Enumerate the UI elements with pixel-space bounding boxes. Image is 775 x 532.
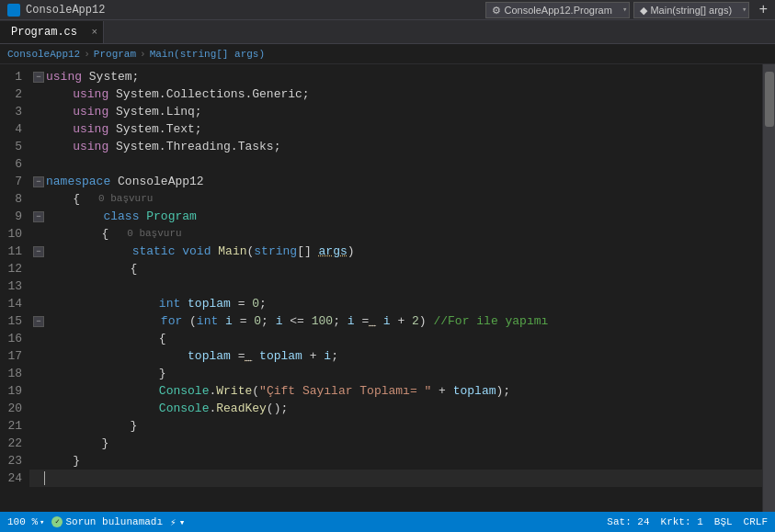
collapse-btn-15[interactable]: −: [33, 316, 44, 327]
code-line-20: Console.ReadKey();: [29, 400, 762, 417]
scrollbar-thumb[interactable]: [765, 72, 774, 127]
code-content[interactable]: −using System; using System.Collections.…: [29, 64, 762, 512]
nav-sep-2: ›: [140, 49, 146, 60]
code-line-3: using System.Linq;: [29, 103, 762, 120]
collapse-btn-11[interactable]: −: [33, 246, 44, 257]
position-item[interactable]: Sat: 24: [607, 516, 649, 527]
code-line-12: {: [29, 260, 762, 277]
tooltip-basvuru-2: 0 başvuru: [127, 225, 181, 243]
tooltip-basvuru-1: 0 başvuru: [98, 190, 153, 208]
app-icon: [7, 4, 20, 17]
status-right: Sat: 24 Krkt: 1 BŞL CRLF: [607, 516, 768, 527]
status-left: 100 % ▾ ✓ Sorun bulunamadı ⚡ ▾: [7, 516, 185, 528]
tab-label: Program.cs: [11, 26, 77, 39]
code-line-11: − static void Main(string[] args): [29, 243, 762, 260]
line-numbers: 1 2 3 4 5 6 7 8 9 10 11 12 13 14 15 16 1…: [0, 64, 29, 512]
status-bar: 100 % ▾ ✓ Sorun bulunamadı ⚡ ▾ Sat: 24 K…: [0, 512, 775, 532]
status-message: Sorun bulunamadı: [65, 516, 163, 527]
code-line-15: − for (int i = 0; i <= 100; i =_ i + 2) …: [29, 312, 762, 330]
tools-arrow: ▾: [179, 516, 186, 528]
code-line-22: }: [29, 435, 762, 452]
zoom-item[interactable]: 100 % ▾: [7, 516, 44, 527]
add-tab-btn[interactable]: +: [758, 2, 768, 18]
code-line-16: {: [29, 330, 762, 347]
nav-bar: ConsoleApp12 › Program › Main(string[] a…: [0, 44, 775, 64]
status-check-icon: ✓: [51, 516, 63, 527]
code-line-10: { 0 başvuru: [29, 225, 762, 243]
code-line-2: using System.Collections.Generic;: [29, 85, 762, 103]
zoom-arrow-icon: ▾: [40, 517, 44, 527]
editor-area: 1 2 3 4 5 6 7 8 9 10 11 12 13 14 15 16 1…: [0, 64, 775, 512]
tab-close-btn[interactable]: ×: [91, 27, 97, 38]
nav-sep-1: ›: [84, 49, 90, 60]
tools-item[interactable]: ⚡ ▾: [170, 516, 185, 528]
title-bar: ConsoleApp12 ⚙ ConsoleApp12.Program ◆ Ma…: [0, 0, 775, 20]
encoding-item[interactable]: BŞL: [714, 516, 733, 527]
code-line-9: − class Program: [29, 208, 762, 225]
code-line-8: { 0 başvuru: [29, 190, 762, 208]
tab-program-cs[interactable]: Program.cs ×: [0, 21, 104, 43]
nav-main[interactable]: Main(string[] args): [150, 49, 265, 60]
code-line-6: [29, 155, 762, 173]
code-line-1: −using System;: [29, 68, 762, 85]
collapse-btn-1[interactable]: −: [33, 72, 44, 83]
collapse-btn-9[interactable]: −: [33, 211, 44, 222]
title-bar-dropdowns: ⚙ ConsoleApp12.Program ◆ Main(string[] a…: [485, 2, 749, 18]
scrollbar[interactable]: [762, 64, 775, 512]
code-line-5: using System.Threading.Tasks;: [29, 138, 762, 155]
error-status[interactable]: ✓ Sorun bulunamadı: [51, 516, 163, 527]
text-cursor: [44, 471, 45, 485]
code-line-13: [29, 277, 762, 295]
code-line-24[interactable]: [29, 470, 762, 487]
code-line-7: −namespace ConsoleApp12: [29, 173, 762, 190]
namespace-dropdown-wrap[interactable]: ⚙ ConsoleApp12.Program: [485, 2, 630, 18]
nav-consoleapp[interactable]: ConsoleApp12: [7, 49, 80, 60]
collapse-btn-7[interactable]: −: [33, 176, 44, 187]
code-line-19: Console.Write("Çift Sayılar Toplamı= " +…: [29, 382, 762, 400]
code-line-18: }: [29, 365, 762, 382]
code-line-17: toplam =_ toplam + i;: [29, 347, 762, 365]
method-dropdown[interactable]: ◆ Main(string[] args): [633, 2, 749, 18]
line-ending-item[interactable]: CRLF: [744, 516, 768, 527]
tab-bar: Program.cs ×: [0, 20, 775, 44]
namespace-dropdown[interactable]: ⚙ ConsoleApp12.Program: [485, 2, 630, 18]
method-dropdown-wrap[interactable]: ◆ Main(string[] args): [633, 2, 749, 18]
title-bar-text: ConsoleApp12: [26, 4, 105, 17]
code-line-21: }: [29, 417, 762, 435]
code-line-4: using System.Text;: [29, 120, 762, 138]
nav-program[interactable]: Program: [94, 49, 136, 60]
column-item[interactable]: Krkt: 1: [661, 516, 703, 527]
tools-icon: ⚡: [170, 516, 177, 528]
zoom-label: 100 %: [7, 516, 38, 527]
code-line-14: int toplam = 0;: [29, 295, 762, 312]
code-line-23: }: [29, 452, 762, 470]
